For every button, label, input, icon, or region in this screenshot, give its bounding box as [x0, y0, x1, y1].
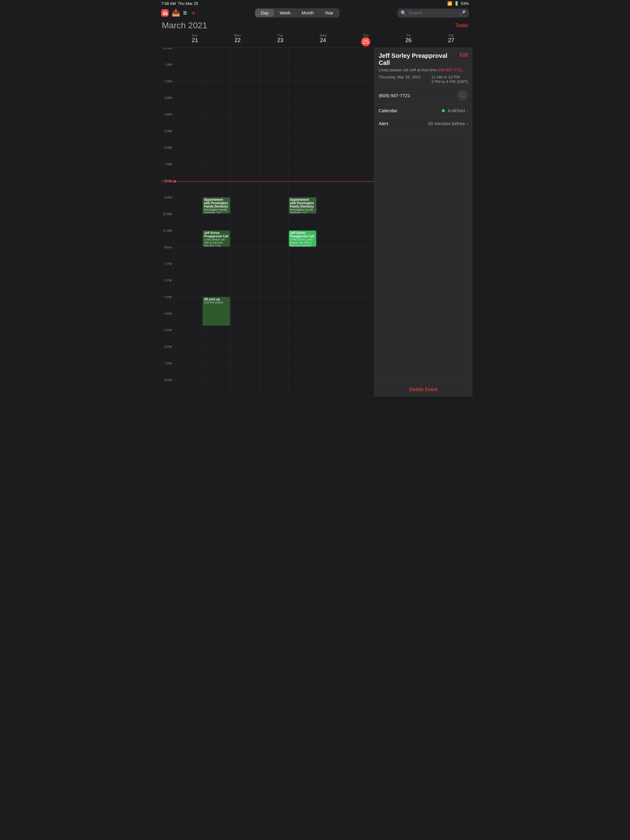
event-subtitle: Pennington Family Dentistry, 117 Washing… — [290, 208, 315, 213]
time-cell-13-4 — [288, 264, 317, 280]
time-cell-12-0 — [174, 247, 202, 264]
time-label-16: 4 PM — [157, 311, 174, 328]
detail-phone-number: (609) 937-7721 — [379, 93, 410, 98]
time-cell-20-0 — [174, 380, 202, 396]
detail-phone-link[interactable]: 609-937-7721 — [438, 68, 463, 72]
time-row-3: 3 AM — [157, 98, 374, 114]
search-input[interactable] — [408, 11, 458, 15]
time-cell-15-0 — [174, 297, 202, 313]
time-cell-6-6 — [345, 148, 374, 164]
detail-panel: Jeff Sorley Preapproval Call Edit Linda … — [374, 48, 473, 396]
time-row-5: 5 AM — [157, 131, 374, 148]
time-row-11: 11 AM — [157, 231, 374, 247]
day-header-thu: Thu 25 — [344, 33, 387, 46]
detail-time-range: 11 AM to 12 PM — [431, 75, 468, 79]
time-cell-15-3 — [259, 297, 288, 313]
detail-calendar-section[interactable]: Calendar KvikSorl › — [374, 104, 473, 117]
time-cell-7-6 — [345, 164, 374, 180]
time-cell-18-5 — [317, 347, 345, 363]
detail-alert-section[interactable]: Alert 30 minutes before › — [374, 117, 473, 130]
time-cell-10-3 — [259, 214, 288, 230]
time-cell-11-6 — [345, 231, 374, 247]
time-cell-1-6 — [345, 65, 374, 81]
today-button[interactable]: Today — [455, 23, 468, 28]
time-cell-19-2 — [231, 363, 259, 380]
event-title: Appointment with Pennington Family Denti… — [290, 198, 315, 208]
detail-subtitle-text: Linda please call Jeff at that time — [379, 68, 437, 72]
time-cell-3-1 — [202, 98, 231, 114]
time-row-18: 6 PM — [157, 347, 374, 363]
view-segmented-control: Day Week Month Year — [255, 8, 340, 17]
add-event-button[interactable]: ＋ — [190, 8, 197, 17]
time-cell-12-4 — [288, 247, 317, 264]
event-subtitle: 6:45 PM (GMT) — [204, 301, 229, 304]
mic-icon[interactable]: 🎤 — [459, 10, 466, 16]
time-cell-12-2 — [231, 247, 259, 264]
time-cell-19-0 — [174, 363, 202, 380]
time-cell-14-3 — [259, 280, 288, 297]
time-cell-4-5 — [317, 114, 345, 131]
list-icon[interactable]: ≡ — [183, 9, 187, 17]
time-cell-0-3 — [259, 48, 288, 64]
time-cell-8-4 — [288, 181, 317, 197]
time-cell-1-5 — [317, 65, 345, 81]
search-box[interactable]: 🔍 🎤 — [397, 9, 469, 17]
view-btn-year[interactable]: Year — [319, 9, 339, 17]
time-cell-17-4 — [288, 330, 317, 346]
inbox-icon[interactable]: 📥 — [172, 9, 180, 17]
time-label-13: 1 PM — [157, 262, 174, 278]
time-row-17: 5 PM — [157, 330, 374, 347]
time-cell-7-1 — [202, 164, 231, 180]
time-cell-20-1 — [202, 380, 231, 396]
detail-edit-button[interactable]: Edit — [459, 52, 468, 58]
event-appt1[interactable]: Appointment with Pennington Family Denti… — [203, 197, 230, 213]
time-cell-20-2 — [231, 380, 259, 396]
time-cell-9-3 — [259, 197, 288, 214]
event-sdpickup[interactable]: SD pick up6:45 PM (GMT) — [203, 297, 230, 325]
time-cell-2-1 — [202, 81, 231, 98]
time-cell-3-5 — [317, 98, 345, 114]
time-cell-17-1 — [202, 330, 231, 346]
time-cell-15-5 — [317, 297, 345, 313]
phone-icon: 📞 — [460, 93, 465, 98]
day-header-sat: Sat 27 — [430, 33, 473, 46]
time-cell-19-5 — [317, 363, 345, 380]
event-title: Appointment with Pennington Family Denti… — [204, 198, 229, 208]
time-label-4: 4 AM — [157, 112, 174, 128]
time-cell-17-0 — [174, 330, 202, 346]
event-jeff1[interactable]: Jeff Sorley Preapproval CallLinda please… — [203, 231, 230, 246]
time-cell-14-5 — [317, 280, 345, 297]
battery-pct: 53% — [461, 1, 469, 6]
grid-wrapper: 12 AM1 AM2 AM3 AM4 AM5 AM6 AM7 AM8 AM9 A… — [157, 48, 374, 396]
wifi-icon: 📶 — [447, 1, 452, 6]
time-row-4: 4 AM — [157, 114, 374, 131]
time-cell-7-5 — [317, 164, 345, 180]
time-cell-8-6 — [345, 181, 374, 197]
event-subtitle: Pennington Family Dentistry, 117 Washing… — [204, 208, 229, 213]
view-btn-month[interactable]: Month — [296, 9, 319, 17]
time-cell-14-4 — [288, 280, 317, 297]
time-label-14: 2 PM — [157, 278, 174, 295]
event-jeff2[interactable]: Jeff Sorley Preapproval Call3 PM (GMT) L… — [289, 231, 316, 246]
event-appt2[interactable]: Appointment with Pennington Family Denti… — [289, 197, 316, 213]
call-button[interactable]: 📞 — [457, 90, 468, 101]
time-cell-1-0 — [174, 65, 202, 81]
detail-header: Jeff Sorley Preapproval Call Edit Linda … — [374, 48, 473, 87]
time-cell-4-0 — [174, 114, 202, 131]
time-row-20: 8 PM — [157, 380, 374, 396]
time-cell-3-3 — [259, 98, 288, 114]
calendar-icon[interactable]: 📅 — [161, 9, 169, 17]
time-label-6: 6 AM — [157, 145, 174, 162]
time-cell-3-2 — [231, 98, 259, 114]
time-row-9: 9 AM — [157, 197, 374, 214]
view-btn-week[interactable]: Week — [274, 9, 296, 17]
delete-event-button[interactable]: Delete Event — [410, 387, 438, 392]
time-label-15: 3 PM — [157, 295, 174, 311]
time-cell-20-4 — [288, 380, 317, 396]
time-label-10: 10 AM — [157, 212, 174, 228]
time-cell-9-0 — [174, 197, 202, 214]
detail-calendar-label: Calendar — [379, 108, 397, 113]
time-cell-4-1 — [202, 114, 231, 131]
event-title: SD pick up — [204, 298, 229, 301]
view-btn-day[interactable]: Day — [255, 9, 274, 17]
